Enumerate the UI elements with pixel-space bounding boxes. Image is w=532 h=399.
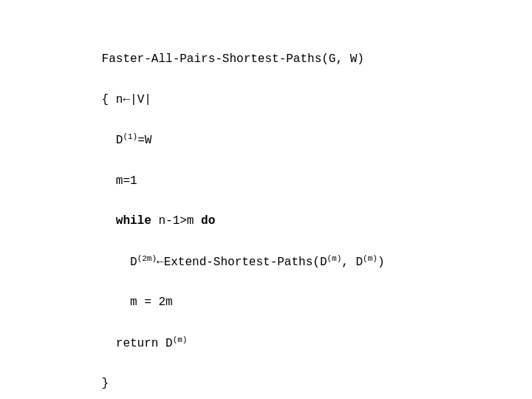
code-block: Faster-All-Pairs-Shortest-Paths(G, W) { … xyxy=(59,30,473,399)
code-line-3: D(1)=W xyxy=(102,134,152,147)
slide: Faster-All-Pairs-Shortest-Paths(G, W) { … xyxy=(0,0,532,399)
code-line-7: m = 2m xyxy=(102,296,173,309)
superscript-m2: (m) xyxy=(363,253,378,262)
code-line-9: } xyxy=(102,377,109,390)
code-line-1: Faster-All-Pairs-Shortest-Paths(G, W) xyxy=(102,52,364,66)
superscript-m1: (m) xyxy=(327,253,341,262)
main-content: Faster-All-Pairs-Shortest-Paths(G, W) { … xyxy=(0,0,532,399)
code-line-4: m=1 xyxy=(102,174,137,188)
code-line-6: D(2m)←Extend-Shortest-Paths(D(m), D(m)) xyxy=(102,256,385,269)
code-line-2: { n←|V| xyxy=(102,93,151,106)
keyword-while: while xyxy=(116,214,151,228)
arrow-1: ← xyxy=(123,93,130,106)
superscript-1: (1) xyxy=(123,132,137,141)
superscript-2m: (2m) xyxy=(137,253,157,262)
keyword-do: do xyxy=(201,214,215,228)
code-line-5: while n-1>m do xyxy=(102,214,216,228)
arrow-2: ← xyxy=(157,256,164,269)
superscript-return: (m) xyxy=(173,335,188,344)
code-line-8: return D(m) xyxy=(102,337,188,350)
